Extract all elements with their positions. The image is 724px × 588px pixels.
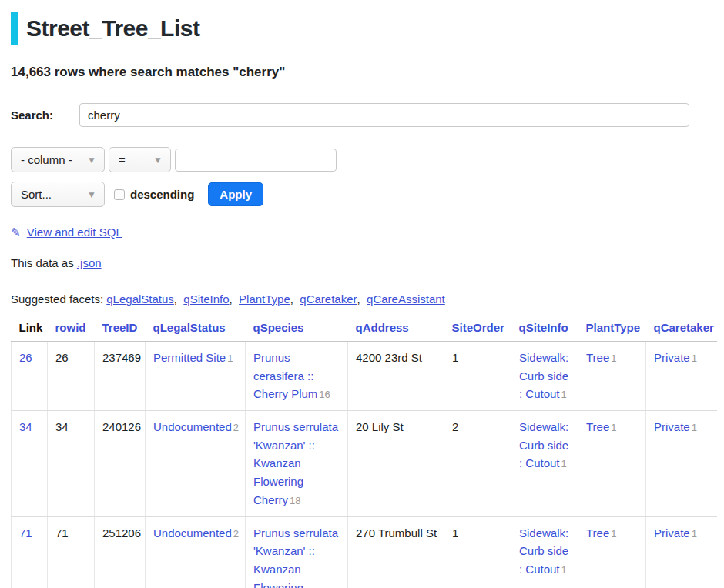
page-title: Street_Tree_List	[26, 12, 199, 45]
qspecies-cell: Prunus serrulata 'Kwanzan' :: Kwanzan Fl…	[246, 516, 348, 588]
facet-value-link[interactable]: Undocumented	[153, 526, 232, 540]
suggested-facets-row: Suggested facets: qLegalStatus qSiteInfo…	[11, 292, 716, 306]
siteorder-cell: 1	[444, 342, 511, 411]
qaddress-cell: 270 Trumbull St	[348, 516, 444, 588]
siteorder-cell: 1	[444, 516, 511, 588]
descending-checkbox[interactable]	[114, 189, 125, 200]
facet-value-link[interactable]: Tree	[586, 526, 609, 540]
page-header: Street_Tree_List	[11, 12, 716, 45]
qsiteinfo-cell: Sidewalk: Curb side : Cutout1	[511, 516, 578, 588]
qcaretaker-cell: Private1	[646, 342, 717, 411]
facet-value-link[interactable]: Private	[654, 526, 690, 540]
facet-count: 16	[319, 389, 330, 400]
chevron-down-icon: ▼	[153, 155, 163, 165]
rowid-cell: 71	[48, 516, 95, 588]
row-count-summary: 14,663 rows where search matches "cherry…	[11, 65, 716, 80]
sort-row: Sort... ▼ descending Apply	[11, 182, 716, 207]
facet-count: 1	[227, 352, 233, 364]
facet-count: 1	[692, 422, 697, 433]
column-select-value: - column -	[21, 153, 72, 166]
table-header-row: Link rowid TreeID qLegalStatus qSpecies …	[12, 318, 717, 342]
column-header-siteorder[interactable]: SiteOrder	[444, 318, 511, 342]
facet-value-link[interactable]: Private	[654, 420, 690, 433]
export-row: This data as .json	[11, 256, 716, 269]
chevron-down-icon: ▼	[87, 155, 96, 165]
row-link[interactable]: 71	[19, 526, 32, 540]
qaddress-cell: 4200 23rd St	[348, 342, 444, 411]
column-header-link: Link	[12, 318, 48, 342]
facet-link-planttype[interactable]: PlantType	[239, 292, 297, 306]
facet-count: 1	[692, 528, 697, 540]
column-header-qlegalstatus[interactable]: qLegalStatus	[146, 318, 246, 342]
qsiteinfo-cell: Sidewalk: Curb side : Cutout1	[511, 411, 578, 516]
facet-value-link[interactable]: Prunus cerasifera :: Cherry Plum	[253, 351, 317, 400]
json-link[interactable]: .json	[77, 256, 102, 269]
rowid-cell: 34	[48, 411, 95, 516]
qlegalstatus-cell: Undocumented2	[146, 411, 246, 516]
title-accent-bar	[11, 12, 18, 45]
qcaretaker-cell: Private1	[646, 411, 717, 516]
facet-link-qlegalstatus[interactable]: qLegalStatus	[106, 292, 180, 306]
facet-count: 2	[233, 528, 239, 540]
column-header-qspecies[interactable]: qSpecies	[246, 318, 348, 342]
column-header-treeid[interactable]: TreeID	[95, 318, 146, 342]
facet-count: 1	[561, 564, 567, 576]
facet-count: 1	[561, 389, 567, 400]
facet-count: 18	[290, 495, 300, 506]
planttype-cell: Tree1	[578, 411, 646, 516]
chevron-down-icon: ▼	[87, 189, 96, 200]
facet-value-link[interactable]: Tree	[586, 420, 609, 433]
facet-value-link[interactable]: Private	[654, 351, 690, 364]
filter-value-input[interactable]	[175, 149, 337, 172]
facet-count: 1	[692, 352, 697, 364]
results-table: Link rowid TreeID qLegalStatus qSpecies …	[11, 318, 717, 588]
qlegalstatus-cell: Permitted Site1	[146, 342, 246, 411]
treeid-cell: 237469	[95, 342, 146, 411]
facet-value-link[interactable]: Tree	[586, 351, 609, 364]
qspecies-cell: Prunus serrulata 'Kwanzan' :: Kwanzan Fl…	[246, 411, 348, 516]
facet-value-link[interactable]: Undocumented	[153, 420, 232, 433]
row-link[interactable]: 26	[19, 351, 32, 364]
filter-row: - column - ▼ = ▼	[11, 147, 716, 172]
operator-select[interactable]: = ▼	[109, 147, 171, 172]
rowid-cell: 26	[48, 342, 95, 411]
export-label: This data as	[11, 256, 74, 269]
treeid-cell: 240126	[95, 411, 146, 516]
facet-count: 1	[611, 352, 616, 364]
facet-link-qcaretaker[interactable]: qCaretaker	[300, 292, 364, 306]
facet-count: 1	[611, 422, 616, 433]
view-edit-sql-link[interactable]: View and edit SQL	[27, 226, 122, 239]
qlegalstatus-cell: Undocumented2	[146, 516, 246, 588]
table-row: 26 26 237469 Permitted Site1 Prunus cera…	[12, 342, 717, 411]
sort-select-value: Sort...	[21, 188, 52, 201]
column-select[interactable]: - column - ▼	[11, 147, 105, 172]
search-row: Search:	[11, 103, 716, 127]
search-input[interactable]	[79, 103, 689, 127]
column-header-qsiteinfo[interactable]: qSiteInfo	[511, 318, 578, 342]
facet-value-link[interactable]: Prunus serrulata 'Kwanzan' :: Kwanzan Fl…	[253, 420, 338, 506]
search-label: Search:	[11, 109, 79, 122]
planttype-cell: Tree1	[578, 342, 646, 411]
facet-value-link[interactable]: Prunus serrulata 'Kwanzan' :: Kwanzan Fl…	[253, 526, 338, 588]
qspecies-cell: Prunus cerasifera :: Cherry Plum16	[246, 342, 348, 411]
table-row: 34 34 240126 Undocumented2 Prunus serrul…	[12, 411, 717, 516]
facet-link-qsiteinfo[interactable]: qSiteInfo	[183, 292, 236, 306]
siteorder-cell: 2	[444, 411, 511, 516]
apply-button[interactable]: Apply	[208, 182, 263, 206]
sort-select[interactable]: Sort... ▼	[11, 182, 105, 207]
column-header-planttype[interactable]: PlantType	[578, 318, 646, 342]
sql-link-row: ✎ View and edit SQL	[11, 226, 716, 239]
qcaretaker-cell: Private1	[646, 516, 717, 588]
facet-link-qcareassistant[interactable]: qCareAssistant	[367, 292, 445, 306]
planttype-cell: Tree1	[578, 516, 646, 588]
descending-label: descending	[130, 188, 194, 201]
row-link[interactable]: 34	[19, 420, 32, 433]
qaddress-cell: 20 Lily St	[348, 411, 444, 516]
column-header-rowid[interactable]: rowid	[48, 318, 95, 342]
facet-count: 2	[233, 422, 239, 433]
column-header-qcaretaker[interactable]: qCaretaker	[646, 318, 717, 342]
table-row: 71 71 251206 Undocumented2 Prunus serrul…	[12, 516, 717, 588]
facet-value-link[interactable]: Permitted Site	[153, 351, 226, 364]
facet-count: 1	[611, 528, 616, 540]
column-header-qaddress[interactable]: qAddress	[348, 318, 444, 342]
